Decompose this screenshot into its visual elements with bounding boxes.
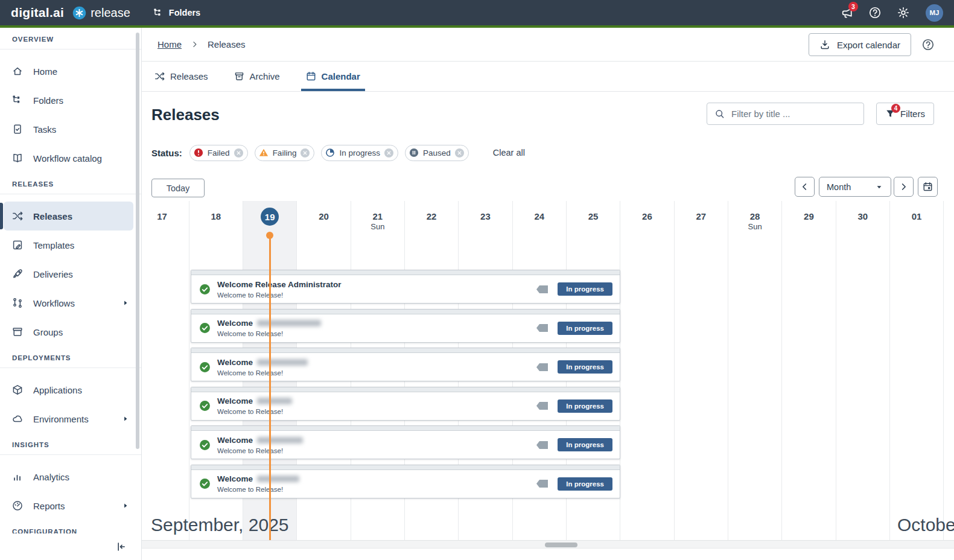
day-number: 17 [157,211,167,221]
remove-chip-button[interactable] [301,148,310,158]
release-card[interactable]: WelcomeWelcome to Release!In progress [191,348,620,381]
sidebar-item-label: Workflows [33,298,75,308]
sidebar-section-insights: INSIGHTS [0,433,141,455]
status-badge[interactable]: In progress [558,399,612,413]
help-icon[interactable] [869,7,881,19]
remove-chip-button[interactable] [384,148,393,158]
sidebar-item-groups[interactable]: Groups [0,317,141,346]
status-label: Status: [151,148,182,158]
day-column-partial [944,201,954,540]
release-card[interactable]: WelcomeWelcome to Release!In progress [191,387,620,421]
release-subtitle: Welcome to Release! [217,291,535,299]
status-badge[interactable]: In progress [558,477,612,491]
day-number: 20 [319,211,329,221]
view-tabs: Releases Archive Calendar [142,62,954,92]
sidebar-item-label: Releases [33,211,72,221]
scrollbar-thumb[interactable] [545,542,577,547]
sidebar-item-deliveries[interactable]: Deliveries [0,259,141,288]
tab-calendar[interactable]: Calendar [306,62,360,91]
status-filter-row: Status: Failed Failing In progress Pause… [142,144,954,162]
status-badge[interactable]: In progress [558,282,612,296]
status-badge[interactable]: In progress [558,360,612,374]
calendar-grid: 01302928Sun27262524232221Sun20191817 Wel… [142,201,954,540]
next-month-button[interactable] [894,177,914,197]
sidebar-item-applications[interactable]: Applications [0,375,141,404]
breadcrumb-home-link[interactable]: Home [157,39,182,49]
collapse-sidebar-icon[interactable] [116,541,127,552]
user-avatar[interactable]: MJ [926,4,943,22]
sidebar-scrollbar[interactable] [136,33,139,449]
day-column-26[interactable]: 26 [620,201,674,540]
sidebar-item-home[interactable]: Home [0,57,141,86]
today-button[interactable]: Today [151,179,205,197]
status-chip-in-progress[interactable]: In progress [321,145,398,161]
status-chip-failing[interactable]: Failing [255,145,315,161]
pause-icon [409,148,419,158]
calendar-icon [306,71,316,81]
release-subtitle: Welcome to Release! [217,330,535,337]
settings-gear-icon[interactable] [897,7,909,19]
title-filter-search[interactable] [707,103,864,125]
sidebar-item-workflow-catalog[interactable]: Workflow catalog [0,144,141,173]
sidebar-item-templates[interactable]: Templates [0,231,141,259]
flag-icon[interactable] [535,441,549,450]
sidebar-item-reports[interactable]: Reports [0,491,141,520]
release-card[interactable]: Welcome Release AdministratorWelcome to … [191,270,620,304]
clear-all-link[interactable]: Clear all [493,148,525,158]
chevron-right-icon [122,299,129,307]
search-input[interactable] [730,108,856,119]
day-column-01[interactable]: 01 [890,201,944,540]
date-picker-button[interactable] [918,177,938,197]
filters-button[interactable]: 4 Filters [876,103,934,125]
flag-icon[interactable] [535,401,549,410]
remove-chip-button[interactable] [234,148,243,158]
sidebar-item-environments[interactable]: Environments [0,404,141,433]
tab-archive[interactable]: Archive [234,62,280,91]
announcements-button[interactable]: 3 [841,7,853,19]
month-label-september: September, 2025 [151,515,289,535]
flag-icon[interactable] [535,285,549,294]
digitalai-logo: digital.ai [11,5,64,20]
sidebar-item-releases[interactable]: Releases [4,202,133,231]
sidebar-item-folders[interactable]: Folders [0,86,141,115]
month-label-october: October [897,515,954,535]
release-card[interactable]: WelcomeWelcome to Release!In progress [191,309,620,343]
sidebar-item-analytics[interactable]: Analytics [0,462,141,491]
cube-icon [12,384,23,395]
previous-month-button[interactable] [795,177,815,197]
redacted-name [257,398,292,404]
redacted-name [257,437,303,444]
page-title: Releases [151,106,220,124]
flag-icon[interactable] [535,363,549,372]
day-column-28[interactable]: 28Sun [728,201,782,540]
topbar-folders-nav[interactable]: Folders [153,8,200,18]
view-mode-select[interactable]: Month [819,177,891,197]
day-column-17[interactable]: 17 [142,201,189,540]
day-column-29[interactable]: 29 [782,201,836,540]
sidebar-item-label: Templates [33,240,74,250]
release-card[interactable]: WelcomeWelcome to Release!In progress [191,425,620,459]
status-chip-failed[interactable]: Failed [189,145,248,161]
sidebar-item-workflows[interactable]: Workflows [0,288,141,317]
status-badge[interactable]: In progress [558,438,612,451]
status-badge[interactable]: In progress [558,322,612,335]
remove-chip-button[interactable] [455,148,464,158]
breadcrumb: Home Releases Export calendar [142,28,954,62]
tab-releases[interactable]: Releases [154,62,208,91]
status-chip-paused[interactable]: Paused [405,145,469,161]
release-card[interactable]: WelcomeWelcome to Release!In progress [191,465,620,498]
sidebar-item-tasks[interactable]: Tasks [0,115,141,144]
shuffle-icon [12,211,23,221]
horizontal-scrollbar[interactable] [142,540,954,549]
release-subtitle: Welcome to Release! [217,369,535,377]
release-subtitle: Welcome to Release! [217,408,535,415]
day-column-27[interactable]: 27 [675,201,728,540]
flag-icon[interactable] [535,479,549,488]
export-calendar-button[interactable]: Export calendar [809,33,911,56]
day-column-30[interactable]: 30 [836,201,890,540]
release-subtitle: Welcome to Release! [217,486,535,493]
book-icon [12,153,23,164]
day-number: 28 [750,211,760,221]
page-help-icon[interactable] [922,39,934,51]
flag-icon[interactable] [535,323,549,332]
